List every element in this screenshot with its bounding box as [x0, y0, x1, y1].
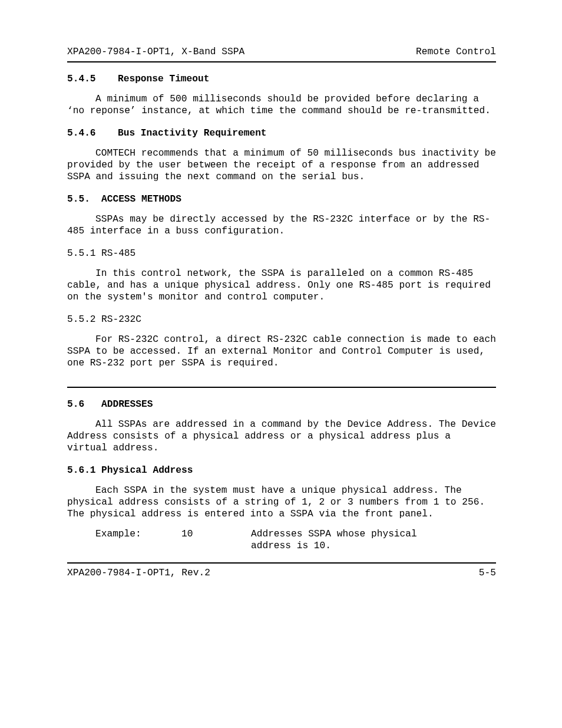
- example-desc-line1: Addresses SSPA whose physical: [251, 529, 417, 539]
- footer-left: XPA200-7984-I-OPT1, Rev.2: [67, 567, 210, 579]
- heading-title: RS-232C: [101, 314, 141, 325]
- example-desc-line2: address is 10.: [251, 541, 331, 551]
- heading-number: 5.4.5: [67, 73, 118, 85]
- example-value: 10: [181, 528, 251, 552]
- heading-number: 5.6.1: [67, 465, 101, 476]
- heading-number: 5.5.: [67, 193, 101, 205]
- footer-right: 5-5: [479, 567, 496, 579]
- heading-title: ACCESS METHODS: [101, 194, 181, 205]
- heading-5-6-1: 5.6.1Physical Address: [67, 465, 496, 476]
- heading-title: RS-485: [101, 248, 135, 259]
- footer-rule: [67, 562, 496, 564]
- heading-5-5-2: 5.5.2RS-232C: [67, 314, 496, 325]
- paragraph: SSPAs may be directly accessed by the RS…: [67, 213, 496, 237]
- heading-number: 5.4.6: [67, 127, 118, 139]
- heading-title: Bus Inactivity Requirement: [118, 128, 267, 139]
- example-label: Example:: [95, 528, 181, 552]
- header-right: Remote Control: [416, 46, 496, 58]
- heading-title: Response Timeout: [118, 74, 209, 84]
- paragraph: COMTECH recommends that a minimum of 50 …: [67, 147, 496, 183]
- paragraph: Each SSPA in the system must have a uniq…: [67, 485, 496, 520]
- header-left: XPA200-7984-I-OPT1, X-Band SSPA: [67, 46, 244, 58]
- heading-5-6: 5.6ADDRESSES: [67, 398, 496, 410]
- paragraph: In this control network, the SSPA is par…: [67, 268, 496, 303]
- document-page: XPA200-7984-I-OPT1, X-Band SSPA Remote C…: [0, 0, 562, 728]
- heading-5-4-6: 5.4.6Bus Inactivity Requirement: [67, 127, 496, 139]
- example-row: Example: 10 Addresses SSPA whose physica…: [95, 528, 496, 552]
- heading-number: 5.6: [67, 398, 101, 410]
- paragraph: A minimum of 500 milliseconds should be …: [67, 93, 496, 117]
- section-rule: [67, 387, 496, 388]
- heading-number: 5.5.1: [67, 248, 101, 259]
- page-footer: XPA200-7984-I-OPT1, Rev.2 5-5: [67, 567, 496, 579]
- header-rule: [67, 61, 496, 62]
- heading-5-4-5: 5.4.5Response Timeout: [67, 73, 496, 85]
- paragraph: All SSPAs are addressed in a command by …: [67, 419, 496, 454]
- page-header: XPA200-7984-I-OPT1, X-Band SSPA Remote C…: [67, 46, 496, 58]
- heading-number: 5.5.2: [67, 314, 101, 325]
- heading-5-5: 5.5.ACCESS METHODS: [67, 193, 496, 205]
- paragraph: For RS-232C control, a direct RS-232C ca…: [67, 334, 496, 369]
- example-description: Addresses SSPA whose physical address is…: [251, 528, 496, 552]
- heading-title: ADDRESSES: [101, 399, 153, 410]
- heading-title: Physical Address: [101, 465, 193, 476]
- heading-5-5-1: 5.5.1RS-485: [67, 248, 496, 259]
